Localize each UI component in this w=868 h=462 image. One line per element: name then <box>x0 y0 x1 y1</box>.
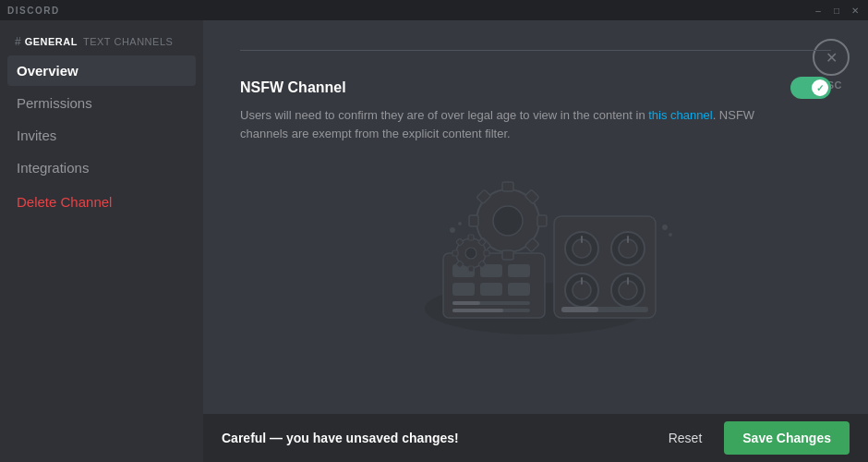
nsfw-title: NSFW Channel <box>240 79 346 96</box>
illustration-area <box>240 161 831 346</box>
content-scroll: NSFW Channel ✓ Users will need to confir… <box>203 20 868 414</box>
svg-point-50 <box>458 222 462 225</box>
svg-rect-31 <box>502 182 513 191</box>
maximize-button[interactable]: □ <box>831 5 842 16</box>
main-layout: # GENERAL TEXT CHANNELS Overview Permiss… <box>0 20 868 462</box>
sidebar-item-invites[interactable]: Invites <box>7 120 196 151</box>
svg-rect-21 <box>508 264 530 277</box>
unsaved-actions: Reset Save Changes <box>661 421 850 455</box>
svg-point-49 <box>450 227 455 233</box>
settings-illustration <box>388 161 683 346</box>
title-bar-controls: – □ ✕ <box>813 5 861 16</box>
close-button[interactable]: ✕ <box>850 5 861 16</box>
svg-point-52 <box>669 233 672 237</box>
hash-icon: # <box>15 35 21 48</box>
sidebar-item-integrations[interactable]: Integrations <box>7 152 196 183</box>
title-bar-logo: DISCORD <box>7 6 60 16</box>
content-area: ✕ ESC NSFW Channel ✓ <box>203 20 868 462</box>
unsaved-text: Careful — you have unsaved changes! <box>222 431 459 445</box>
reset-button[interactable]: Reset <box>661 427 710 449</box>
svg-rect-26 <box>452 301 480 305</box>
unsaved-bar: Careful — you have unsaved changes! Rese… <box>203 414 868 462</box>
svg-rect-44 <box>452 250 458 256</box>
sidebar-item-overview[interactable]: Overview <box>7 55 196 86</box>
svg-rect-22 <box>452 283 475 296</box>
svg-rect-16 <box>561 307 598 312</box>
toggle-check-icon: ✓ <box>816 83 824 93</box>
svg-rect-32 <box>502 250 513 260</box>
svg-rect-24 <box>508 283 530 296</box>
toggle-knob: ✓ <box>812 79 828 96</box>
nsfw-header: NSFW Channel ✓ <box>240 77 831 99</box>
sidebar-item-delete-channel[interactable]: Delete Channel <box>7 187 196 217</box>
minimize-button[interactable]: – <box>813 5 824 16</box>
svg-rect-41 <box>468 235 474 240</box>
sidebar-nav: Overview Permissions Invites Integration… <box>7 55 196 217</box>
app-window: DISCORD – □ ✕ # GENERAL TEXT CHANNELS Ov… <box>0 0 868 462</box>
sidebar-item-permissions[interactable]: Permissions <box>7 88 196 118</box>
nsfw-link[interactable]: this channel <box>648 108 712 122</box>
title-bar: DISCORD – □ ✕ <box>0 0 868 20</box>
svg-rect-43 <box>484 250 489 256</box>
svg-rect-34 <box>469 215 478 226</box>
top-divider <box>240 50 831 51</box>
nsfw-toggle[interactable]: ✓ <box>790 77 831 99</box>
sidebar-channel-sub: TEXT CHANNELS <box>83 36 173 47</box>
discord-logo-text: DISCORD <box>7 6 60 16</box>
svg-rect-28 <box>452 309 503 312</box>
svg-point-30 <box>493 206 523 236</box>
save-changes-button[interactable]: Save Changes <box>724 421 850 455</box>
svg-rect-33 <box>537 215 547 226</box>
svg-rect-42 <box>468 266 474 272</box>
nsfw-section: NSFW Channel ✓ Users will need to confir… <box>240 77 831 142</box>
svg-rect-23 <box>480 283 502 296</box>
svg-rect-1 <box>554 216 656 318</box>
nsfw-description: Users will need to confirm they are of o… <box>240 106 757 142</box>
sidebar: # GENERAL TEXT CHANNELS Overview Permiss… <box>0 20 203 462</box>
svg-point-40 <box>465 248 476 259</box>
sidebar-channel-header: # GENERAL TEXT CHANNELS <box>7 35 196 48</box>
svg-point-51 <box>662 225 668 230</box>
sidebar-channel-name: GENERAL <box>25 36 78 47</box>
